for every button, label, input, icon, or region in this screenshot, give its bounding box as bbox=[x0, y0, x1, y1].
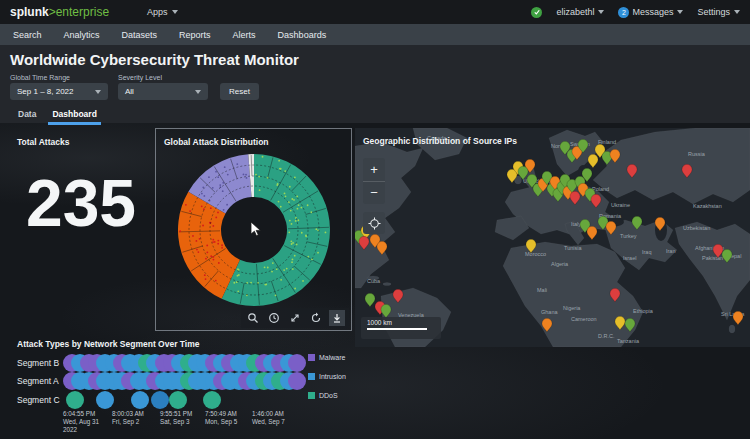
time-range-dropdown[interactable]: Sep 1 – 8, 2022 bbox=[10, 83, 108, 100]
messages-menu[interactable]: 2Messages bbox=[618, 7, 683, 18]
legend-item-intrusion: Intrusion bbox=[308, 373, 346, 380]
chevron-down-icon bbox=[195, 90, 201, 94]
country-label: Pakistan bbox=[702, 255, 723, 261]
splunk-dashboard-screen: splunk>enterprise Apps elizabethl 2Messa… bbox=[0, 0, 750, 439]
geo-map-panel: CanadaRussiaNorwaySwedenFinlandUnited Ki… bbox=[355, 128, 750, 347]
appnav-item-dashboards[interactable]: Dashboards bbox=[267, 30, 338, 40]
country-label: Nigeria bbox=[563, 305, 581, 311]
tab-data[interactable]: Data bbox=[10, 107, 44, 123]
country-label: Cuba bbox=[367, 278, 381, 284]
x-axis-tick-label: 9:55:51 PMSat, Sep 3 bbox=[160, 410, 192, 426]
row-label-segment-c: Segment C bbox=[17, 395, 60, 405]
appnav-item-analytics[interactable]: Analytics bbox=[53, 30, 111, 40]
reset-button[interactable]: Reset bbox=[220, 83, 259, 100]
attack-timeline-title: Attack Types by Network Segment Over Tim… bbox=[17, 339, 200, 349]
country-label: Mali bbox=[537, 287, 547, 293]
country-label: Ghana bbox=[541, 309, 558, 315]
page-header: Worldwide Cybersecurity Threat Monitor G… bbox=[0, 45, 750, 123]
map-zoom-out-button[interactable]: − bbox=[363, 182, 385, 205]
country-label: Ethiopia bbox=[633, 308, 654, 314]
chart-toolbar bbox=[241, 308, 349, 328]
punch-circle bbox=[288, 354, 306, 372]
appnav-item-reports[interactable]: Reports bbox=[168, 30, 222, 40]
country-label: Uzbekistan bbox=[683, 225, 710, 231]
expand-icon[interactable] bbox=[287, 310, 303, 326]
legend-item-malware: Malware bbox=[308, 354, 345, 361]
country-label: Tunisia bbox=[564, 245, 582, 251]
time-range-label: Global Time Range bbox=[10, 74, 70, 81]
country-label: Kazakhstan bbox=[693, 203, 722, 209]
x-axis-tick-label: 8:00:03 AMFri, Sep 2 bbox=[112, 410, 144, 426]
country-label: Algeria bbox=[551, 261, 569, 267]
refresh-icon[interactable] bbox=[308, 310, 324, 326]
page-title: Worldwide Cybersecurity Threat Monitor bbox=[10, 51, 299, 68]
punch-circle bbox=[131, 391, 149, 409]
chevron-down-icon bbox=[598, 10, 604, 14]
country-label: D.R.C. bbox=[598, 333, 615, 339]
download-icon[interactable] bbox=[329, 310, 345, 326]
user-avatar-icon bbox=[531, 7, 542, 18]
appnav-item-datasets[interactable]: Datasets bbox=[111, 30, 169, 40]
total-attacks-title: Total Attacks bbox=[17, 137, 69, 147]
punch-circle bbox=[66, 391, 84, 409]
punch-circle bbox=[96, 391, 114, 409]
top-bar: splunk>enterprise Apps elizabethl 2Messa… bbox=[0, 0, 750, 24]
x-axis-tick-label: 7:50:49 AMMon, Sep 5 bbox=[205, 410, 237, 426]
country-label: Tanzania bbox=[617, 338, 640, 344]
country-label: Ukraine bbox=[611, 202, 630, 208]
map-pin-icon[interactable] bbox=[365, 293, 375, 307]
crosshair-icon bbox=[368, 217, 381, 230]
country-label: Israel bbox=[623, 255, 636, 261]
punch-circle bbox=[203, 391, 221, 409]
chevron-down-icon bbox=[95, 90, 101, 94]
punch-circle bbox=[288, 372, 306, 390]
map-scale-line bbox=[367, 328, 427, 330]
attack-distribution-title: Global Attack Distribution bbox=[164, 137, 269, 147]
chevron-down-icon bbox=[677, 10, 683, 14]
attack-timeline-panel: Attack Types by Network Segment Over Tim… bbox=[0, 330, 375, 439]
map-canvas[interactable]: CanadaRussiaNorwaySwedenFinlandUnited Ki… bbox=[355, 128, 750, 347]
punch-circle bbox=[151, 391, 169, 409]
chevron-down-icon bbox=[172, 10, 178, 14]
severity-label: Severity Level bbox=[118, 74, 162, 81]
row-label-segment-a: Segment A bbox=[17, 376, 59, 386]
chevron-down-icon bbox=[734, 10, 740, 14]
total-attacks-panel: Total Attacks 235 bbox=[8, 128, 154, 333]
x-axis-tick-label: 6:04:55 PMWed, Aug 312022 bbox=[63, 410, 99, 434]
messages-count-badge: 2 bbox=[618, 7, 629, 18]
map-zoom-in-button[interactable]: + bbox=[363, 158, 385, 182]
map-zoom-control: + − bbox=[363, 158, 385, 204]
row-label-segment-b: Segment B bbox=[17, 358, 59, 368]
country-label: Turkey bbox=[620, 233, 637, 239]
country-label: Finland bbox=[598, 139, 616, 145]
apps-menu[interactable]: Apps bbox=[147, 7, 178, 17]
clock-icon[interactable] bbox=[266, 310, 282, 326]
appnav-item-alerts[interactable]: Alerts bbox=[222, 30, 267, 40]
splunk-logo: splunk>enterprise bbox=[10, 5, 109, 19]
country-label: Morocco bbox=[525, 251, 546, 257]
mouse-cursor-icon bbox=[250, 222, 262, 238]
settings-menu[interactable]: Settings bbox=[697, 7, 740, 17]
total-attacks-value: 235 bbox=[8, 170, 154, 236]
map-pin-icon[interactable] bbox=[733, 311, 743, 325]
country-label: Cameroon bbox=[571, 316, 597, 322]
tab-dashboard[interactable]: Dashboard bbox=[44, 107, 104, 123]
map-locate-button[interactable] bbox=[363, 212, 385, 234]
geo-map-title: Geographic Distribution of Source IPs bbox=[363, 136, 517, 146]
tab-bar: DataDashboard bbox=[10, 107, 105, 123]
zoom-icon[interactable] bbox=[245, 310, 261, 326]
legend-swatch bbox=[308, 392, 315, 399]
user-menu[interactable]: elizabethl bbox=[556, 7, 604, 17]
legend-item-ddos: DDoS bbox=[308, 392, 338, 399]
country-label: Russia bbox=[688, 151, 706, 157]
map-pin-icon[interactable] bbox=[587, 226, 597, 240]
severity-dropdown[interactable]: All bbox=[118, 83, 208, 100]
app-nav: SearchAnalyticsDatasetsReportsAlertsDash… bbox=[0, 24, 750, 45]
punch-circle bbox=[169, 391, 187, 409]
map-scale-label: 1000 km bbox=[367, 319, 435, 326]
map-scale-bar: 1000 km bbox=[361, 317, 441, 339]
country-label: Iraq bbox=[642, 249, 651, 255]
map-pin-icon[interactable] bbox=[588, 154, 598, 168]
x-axis-tick-label: 1:46:00 AMWed, Sep 7 bbox=[252, 410, 285, 426]
appnav-item-search[interactable]: Search bbox=[2, 30, 53, 40]
